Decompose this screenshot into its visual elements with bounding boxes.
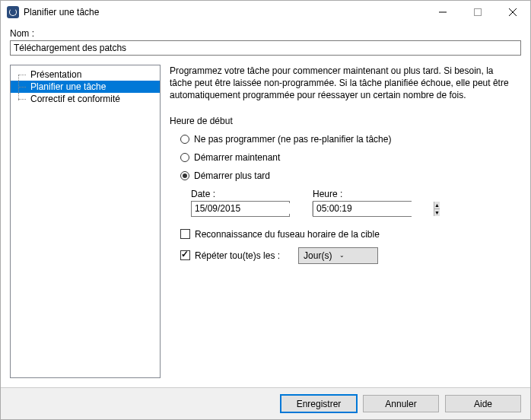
- sidebar-item-presentation[interactable]: Présentation: [11, 68, 160, 81]
- time-input[interactable]: [313, 202, 434, 216]
- checkbox-icon: [180, 229, 190, 239]
- description-text: Programmez votre tâche pour commencer ma…: [170, 65, 517, 102]
- chevron-down-icon: ⌄: [339, 252, 375, 259]
- radio-icon: [180, 135, 189, 144]
- name-input[interactable]: [10, 40, 521, 56]
- help-button[interactable]: Aide: [445, 395, 521, 412]
- date-picker[interactable]: ▾: [191, 201, 290, 217]
- save-button[interactable]: Enregistrer: [281, 395, 357, 412]
- svg-rect-1: [475, 9, 482, 16]
- close-button[interactable]: [495, 1, 530, 24]
- date-input[interactable]: [192, 203, 312, 214]
- titlebar: Planifier une tâche: [1, 1, 530, 24]
- radio-no-schedule[interactable]: Ne pas programmer (ne pas re-planifier l…: [180, 134, 517, 145]
- minimize-button[interactable]: [425, 1, 460, 24]
- radio-start-now-label: Démarrer maintenant: [194, 152, 280, 163]
- window-controls: [425, 1, 530, 24]
- tz-checkbox-row[interactable]: Reconnaissance du fuseau horaire de la c…: [180, 229, 517, 240]
- repeat-label: Répéter tou(te)s les :: [195, 250, 280, 261]
- sidebar-item-compliance[interactable]: Correctif et conformité: [11, 93, 160, 105]
- chevron-up-icon: ▲: [434, 202, 440, 208]
- sidebar-tree: Présentation Planifier une tâche Correct…: [10, 65, 161, 378]
- time-picker[interactable]: ▲ ▼: [313, 201, 412, 217]
- radio-start-later[interactable]: Démarrer plus tard: [180, 170, 517, 181]
- cancel-button[interactable]: Annuler: [363, 395, 439, 412]
- start-time-heading: Heure de début: [170, 116, 517, 126]
- radio-icon: [180, 153, 189, 162]
- name-label: Nom :: [10, 28, 521, 39]
- minimize-icon: [439, 8, 447, 16]
- radio-start-later-label: Démarrer plus tard: [194, 170, 270, 181]
- repeat-checkbox[interactable]: [180, 250, 190, 260]
- tz-checkbox-label: Reconnaissance du fuseau horaire de la c…: [195, 229, 380, 240]
- dialog-buttons: Enregistrer Annuler Aide: [1, 387, 530, 419]
- spin-down-button[interactable]: ▼: [434, 209, 440, 216]
- app-icon: [7, 6, 19, 18]
- repeat-unit-select[interactable]: Jour(s) ⌄: [298, 247, 378, 264]
- date-label: Date :: [191, 189, 290, 199]
- maximize-button: [460, 1, 495, 24]
- radio-icon: [180, 171, 189, 180]
- sidebar-item-schedule[interactable]: Planifier une tâche: [11, 81, 160, 93]
- radio-no-schedule-label: Ne pas programmer (ne pas re-planifier l…: [194, 134, 391, 145]
- window-title: Planifier une tâche: [24, 7, 425, 18]
- repeat-unit-value: Jour(s): [304, 250, 339, 261]
- radio-start-now[interactable]: Démarrer maintenant: [180, 152, 517, 163]
- time-label: Heure :: [313, 189, 412, 199]
- time-spinner: ▲ ▼: [434, 202, 440, 216]
- spin-up-button[interactable]: ▲: [434, 202, 440, 209]
- maximize-icon: [474, 8, 482, 16]
- chevron-down-icon: ▼: [434, 210, 440, 215]
- close-icon: [509, 8, 517, 16]
